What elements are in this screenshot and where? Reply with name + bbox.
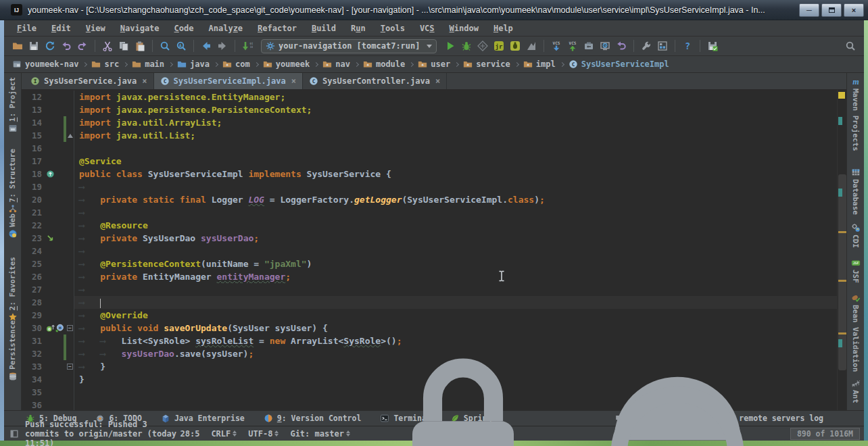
- line-number[interactable]: 18: [22, 168, 45, 180]
- changes-button[interactable]: [581, 38, 597, 54]
- editor-tab-sysuserserviceimpl-java[interactable]: CSysUserServiceImpl.java×: [154, 73, 303, 89]
- line-number[interactable]: 26: [22, 270, 45, 283]
- coverage-button[interactable]: [475, 38, 491, 54]
- search-everywhere-button[interactable]: [842, 38, 859, 54]
- close-button[interactable]: ×: [844, 3, 864, 17]
- line-number[interactable]: 30: [22, 322, 45, 334]
- maximize-button[interactable]: [821, 3, 842, 17]
- toolwindow-button-cdi[interactable]: CDI: [847, 223, 864, 248]
- toolwindow-button-maven-projects[interactable]: mMaven Projects: [847, 77, 864, 151]
- line-number[interactable]: 27: [22, 283, 45, 296]
- replace-button[interactable]: A: [173, 38, 189, 54]
- stripe-change-mark[interactable]: [838, 117, 842, 125]
- line-number[interactable]: 14: [22, 116, 45, 129]
- redo-button[interactable]: [74, 38, 91, 54]
- open-button[interactable]: [9, 38, 26, 54]
- menu-view[interactable]: View: [78, 22, 113, 34]
- line-number[interactable]: 22: [22, 219, 45, 232]
- toolwindow-button-1-project[interactable]: 1: Project: [4, 77, 21, 133]
- line-ending-widget[interactable]: CRLF: [211, 429, 237, 439]
- fold-marker-icon[interactable]: [68, 134, 73, 138]
- caret-position-widget[interactable]: 28:5: [180, 429, 199, 439]
- project-structure-button[interactable]: [654, 38, 671, 54]
- tab-close-icon[interactable]: ×: [435, 76, 440, 86]
- menu-navigate[interactable]: Navigate: [113, 22, 167, 34]
- jrebel-save-button[interactable]: [704, 38, 721, 54]
- vcs-update-button[interactable]: VCS: [548, 38, 564, 54]
- tab-close-icon[interactable]: ×: [142, 76, 147, 86]
- jrebel-debug-button[interactable]: [507, 38, 523, 54]
- line-number[interactable]: 25: [22, 257, 45, 270]
- menu-window[interactable]: Window: [442, 22, 486, 34]
- encoding-widget[interactable]: UTF-8: [248, 429, 279, 439]
- line-number[interactable]: 19: [22, 180, 45, 193]
- editor-tab-sysusercontroller-java[interactable]: CSysUserController.java×: [303, 73, 447, 89]
- breadcrumb-item-youmeek-nav[interactable]: youmeek-nav: [12, 59, 78, 69]
- tab-close-icon[interactable]: ×: [291, 76, 296, 86]
- cut-button[interactable]: [99, 38, 116, 54]
- overriding-icon[interactable]: o: [46, 324, 55, 332]
- line-number[interactable]: 24: [22, 245, 45, 257]
- menu-refactor[interactable]: Refactor: [250, 22, 304, 34]
- jrebel-run-button[interactable]: jr: [491, 38, 507, 54]
- debug-button[interactable]: [458, 38, 475, 54]
- lock-icon[interactable]: [362, 332, 564, 446]
- menu-run[interactable]: Run: [343, 22, 373, 34]
- rollback-button[interactable]: [613, 38, 629, 54]
- fold-marker-icon[interactable]: −: [67, 325, 73, 331]
- toolwindow-switcher-icon[interactable]: [9, 429, 19, 439]
- menu-code[interactable]: Code: [167, 22, 201, 34]
- run-configuration-combo[interactable]: your-navigation [tomcat7:run]: [261, 39, 437, 53]
- toolwindow-button-web[interactable]: Web: [4, 214, 21, 239]
- run-button[interactable]: [442, 38, 458, 54]
- line-number[interactable]: 35: [22, 386, 45, 399]
- line-number[interactable]: 34: [22, 373, 45, 386]
- git-branch-widget[interactable]: Git: master: [290, 429, 349, 439]
- memory-indicator[interactable]: 890 of 1016M: [790, 428, 860, 440]
- toolwindow-button-persistence[interactable]: Persistence: [4, 320, 21, 381]
- line-number[interactable]: 16: [22, 142, 45, 155]
- breadcrumb-item-youmeek[interactable]: youmeek: [263, 59, 310, 69]
- copy-button[interactable]: [116, 38, 132, 54]
- sync-button[interactable]: [42, 38, 58, 54]
- menu-tools[interactable]: Tools: [373, 22, 412, 34]
- minimize-button[interactable]: ─: [799, 3, 819, 17]
- back-button[interactable]: [198, 38, 214, 54]
- breadcrumb-item-main[interactable]: main: [132, 59, 164, 69]
- line-number[interactable]: 31: [22, 334, 45, 347]
- fold-marker-icon[interactable]: −: [67, 364, 73, 370]
- menu-edit[interactable]: Edit: [44, 22, 78, 34]
- save-button[interactable]: [26, 38, 42, 54]
- breadcrumb-item-module[interactable]: module: [363, 59, 405, 69]
- line-number[interactable]: 29: [22, 309, 45, 322]
- line-number[interactable]: 12: [22, 91, 45, 103]
- menu-analyze[interactable]: Analyze: [201, 22, 251, 34]
- breadcrumb-item-impl[interactable]: impl: [523, 59, 556, 69]
- line-number[interactable]: 28: [22, 296, 45, 309]
- make-button[interactable]: 0110: [239, 38, 256, 54]
- toolwindow-button-jsf[interactable]: JSFJSF: [847, 258, 864, 283]
- find-button[interactable]: [157, 38, 173, 54]
- history-button[interactable]: [597, 38, 613, 54]
- paste-button[interactable]: [132, 38, 148, 54]
- toolwindow-button-database[interactable]: Database: [847, 168, 864, 215]
- breadcrumb-item-src[interactable]: src: [91, 59, 119, 69]
- breadcrumb-item-user[interactable]: user: [418, 59, 450, 69]
- menu-build[interactable]: Build: [304, 22, 343, 34]
- breadcrumb-item-nav[interactable]: nav: [322, 59, 350, 69]
- breadcrumb-item-java[interactable]: java: [177, 59, 210, 69]
- line-number[interactable]: 36: [22, 399, 45, 410]
- line-number[interactable]: 20: [22, 193, 45, 206]
- line-number[interactable]: 17: [22, 155, 45, 168]
- jrebel-off-button[interactable]: [523, 38, 539, 54]
- breadcrumb-item-sysuserserviceimpl[interactable]: CSysUserServiceImpl: [569, 59, 669, 69]
- stripe-change-mark[interactable]: [838, 189, 842, 197]
- forward-button[interactable]: [214, 38, 231, 54]
- line-number[interactable]: 32: [22, 347, 45, 360]
- editor-tab-sysuserservice-java[interactable]: ISysUserService.java×: [24, 73, 154, 89]
- line-number[interactable]: 15: [22, 129, 45, 142]
- toolwindow-button-7-structure[interactable]: 7: Structure: [4, 149, 21, 214]
- line-number[interactable]: 21: [22, 206, 45, 219]
- spring-bean-icon[interactable]: [46, 234, 55, 243]
- undo-button[interactable]: [58, 38, 74, 54]
